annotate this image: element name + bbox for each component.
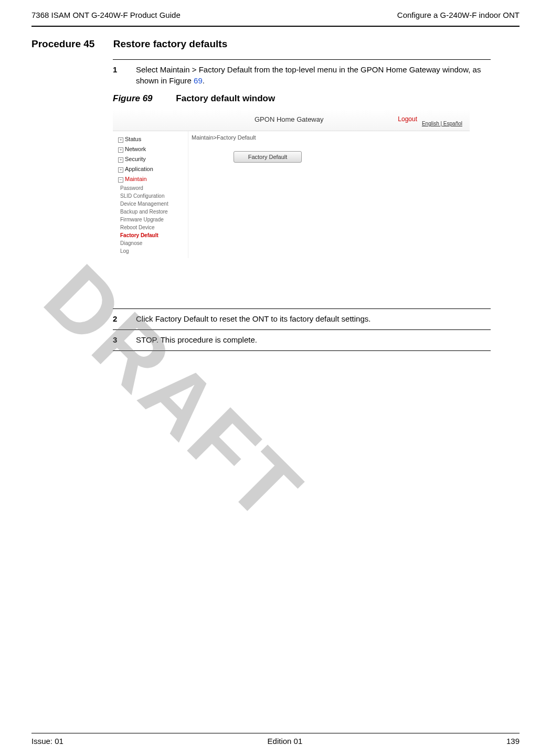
logout-link[interactable]: Logout	[398, 115, 417, 123]
step-rule-2	[113, 308, 491, 309]
expand-icon[interactable]: +	[118, 137, 123, 143]
step-1-prefix: Select Maintain > Factory Default from t…	[136, 65, 481, 85]
sidebar-label: Status	[125, 136, 141, 142]
procedure-number: Procedure 45	[31, 38, 94, 49]
ss-app-title: GPON Home Gateway	[255, 115, 324, 123]
sidebar-item-status[interactable]: +Status	[117, 134, 186, 144]
figure-title: Factory default window	[176, 93, 275, 103]
sidebar-item-maintain[interactable]: −Maintain	[117, 174, 186, 184]
factory-default-button[interactable]: Factory Default	[234, 151, 302, 163]
sidebar-label: Application	[125, 166, 153, 172]
header-right: Configure a G-240W-F indoor ONT	[397, 10, 520, 19]
breadcrumb: Maintain>Factory Default	[192, 134, 256, 141]
step-rule-end	[113, 350, 491, 351]
footer-edition: Edition 01	[268, 737, 303, 746]
sidebar-sub-device[interactable]: Device Management	[117, 200, 186, 208]
footer-issue: Issue: 01	[31, 737, 63, 746]
footer-page: 139	[506, 737, 520, 746]
ss-header-bar: GPON Home Gateway Logout English | Españ…	[113, 109, 470, 131]
sidebar-sub-firmware[interactable]: Firmware Upgrade	[117, 216, 186, 223]
expand-icon[interactable]: +	[118, 147, 123, 153]
expand-icon[interactable]: +	[118, 167, 123, 173]
expand-icon[interactable]: +	[118, 157, 123, 163]
step-rule-1	[113, 59, 491, 60]
procedure-name: Restore factory defaults	[113, 38, 228, 49]
sidebar-sub-factory[interactable]: Factory Default	[117, 231, 186, 239]
figure-caption: Figure 69 Factory default window	[113, 93, 491, 104]
step-2-text: Click Factory Default to reset the ONT t…	[136, 313, 370, 324]
sidebar-label: Maintain	[125, 176, 147, 182]
step-rule-3	[113, 329, 491, 330]
screenshot: GPON Home Gateway Logout English | Españ…	[113, 109, 470, 303]
sidebar-sub-slid[interactable]: SLID Configuration	[117, 192, 186, 200]
header-rule	[31, 26, 520, 27]
step-1: 1 Select Maintain > Factory Default from…	[113, 64, 491, 86]
collapse-icon[interactable]: −	[118, 177, 123, 183]
figure-number: Figure 69	[113, 93, 153, 103]
step-1-number: 1	[113, 64, 120, 86]
figure-link[interactable]: 69	[194, 76, 203, 85]
page: 7368 ISAM ONT G-240W-F Product Guide Con…	[0, 0, 551, 756]
sidebar-item-security[interactable]: +Security	[117, 154, 186, 164]
footer: Issue: 01 Edition 01 139	[31, 733, 520, 746]
step-3-number: 3	[113, 334, 120, 345]
sidebar-label: Network	[125, 146, 146, 152]
footer-rule	[31, 733, 520, 733]
sidebar-label: Security	[125, 156, 146, 162]
sidebar-item-application[interactable]: +Application	[117, 164, 186, 174]
sidebar: +Status +Network +Security +Application …	[115, 131, 188, 258]
sidebar-item-network[interactable]: +Network	[117, 144, 186, 154]
procedure-title: Procedure 45 Restore factory defaults	[31, 38, 520, 54]
sidebar-sub-password[interactable]: Password	[117, 184, 186, 192]
step-3-text: STOP. This procedure is complete.	[136, 334, 257, 345]
step-1-text: Select Maintain > Factory Default from t…	[136, 64, 491, 86]
language-toggle[interactable]: English | Español	[422, 121, 462, 126]
step-1-suffix: .	[203, 76, 205, 85]
step-3: 3 STOP. This procedure is complete.	[113, 334, 491, 345]
content: 1 Select Maintain > Factory Default from…	[113, 59, 491, 351]
sidebar-sub-diagnose[interactable]: Diagnose	[117, 239, 186, 247]
top-header: 7368 ISAM ONT G-240W-F Product Guide Con…	[31, 10, 520, 24]
step-2-number: 2	[113, 313, 120, 324]
sidebar-sub-log[interactable]: Log	[117, 247, 186, 255]
sidebar-sub-reboot[interactable]: Reboot Device	[117, 223, 186, 231]
footer-row: Issue: 01 Edition 01 139	[31, 737, 520, 746]
sidebar-sub-backup[interactable]: Backup and Restore	[117, 208, 186, 216]
header-left: 7368 ISAM ONT G-240W-F Product Guide	[31, 10, 181, 19]
step-2: 2 Click Factory Default to reset the ONT…	[113, 313, 491, 324]
